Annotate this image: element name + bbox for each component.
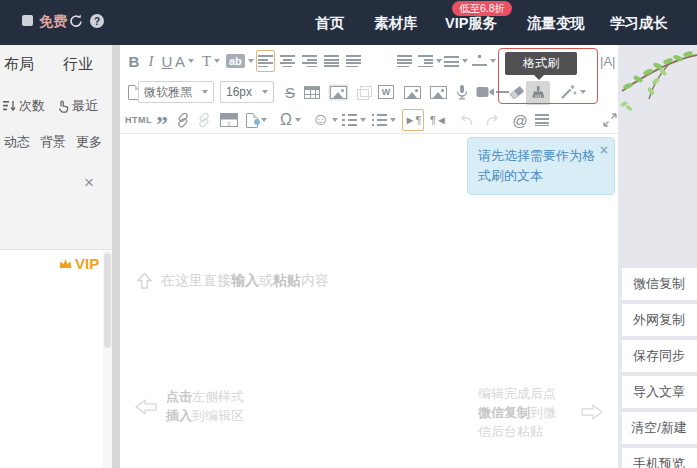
- align-block-icon: [324, 55, 339, 67]
- filter-dynamic[interactable]: 动态: [4, 133, 30, 151]
- redo-button[interactable]: [484, 109, 500, 131]
- strikethrough-button[interactable]: S: [282, 81, 298, 103]
- filter-more[interactable]: 更多: [76, 133, 102, 151]
- paste-layers-button[interactable]: [356, 81, 372, 103]
- color-swatch-icon[interactable]: [22, 15, 33, 26]
- text-style-button[interactable]: T: [202, 50, 220, 72]
- tab-layout[interactable]: 布局: [4, 55, 34, 74]
- underline-button[interactable]: U: [159, 50, 175, 72]
- font-color-button[interactable]: A: [175, 50, 194, 72]
- ordered-list-button[interactable]: [342, 109, 366, 131]
- insert-video-button[interactable]: [476, 81, 495, 103]
- template-button[interactable]: [246, 109, 267, 131]
- font-family-select[interactable]: 微软雅黑: [138, 81, 214, 103]
- emoji-button[interactable]: ☺: [312, 109, 338, 131]
- clear-format-button[interactable]: [508, 81, 526, 103]
- wechat-copy-button[interactable]: 微信复制: [622, 268, 697, 300]
- left-sidebar: 布局 行业 次数 最近 动态 背景 更多 × VIP: [0, 45, 112, 468]
- insert-image-button[interactable]: [404, 81, 421, 103]
- align-center-button[interactable]: [279, 50, 295, 72]
- hint-right: 编辑完成后点 微信复制到微 信后台粘贴: [478, 384, 556, 441]
- font-size-select[interactable]: 16px: [220, 81, 274, 103]
- import-article-button[interactable]: 导入文章: [622, 376, 697, 408]
- line-height-button[interactable]: [444, 50, 468, 72]
- arrow-left-icon: [134, 397, 158, 417]
- save-sync-button[interactable]: 保存同步: [622, 340, 697, 372]
- html-source-button[interactable]: HTML: [125, 109, 152, 131]
- ordered-list-icon: [342, 114, 357, 126]
- image-gallery-button[interactable]: [430, 81, 447, 103]
- unordered-list-button[interactable]: [372, 109, 396, 131]
- paragraph-format-button[interactable]: [534, 109, 550, 131]
- hint-text: 信后台粘贴: [478, 424, 543, 439]
- letter-spacing-button[interactable]: [472, 50, 496, 72]
- sidebar-scrollbar[interactable]: [103, 251, 112, 468]
- filter-background[interactable]: 背景: [40, 133, 66, 151]
- alert-info: 请先选择需要作为格式刷的文本 ×: [467, 137, 615, 195]
- image-caption-button[interactable]: T: [220, 109, 238, 131]
- sort-by-count[interactable]: 次数: [3, 97, 45, 115]
- indent-button[interactable]: [418, 50, 442, 72]
- word-icon: W: [378, 85, 394, 99]
- sort-by-recent[interactable]: 最近: [57, 97, 98, 115]
- undo-button[interactable]: [458, 109, 474, 131]
- remove-link-button[interactable]: [196, 109, 212, 131]
- insert-link-button[interactable]: [175, 109, 191, 131]
- tab-industry[interactable]: 行业: [63, 55, 93, 74]
- free-label[interactable]: 免费: [39, 13, 67, 31]
- find-replace-button[interactable]: @: [512, 109, 528, 131]
- italic-button[interactable]: I: [143, 50, 159, 72]
- redo-icon: [485, 114, 500, 127]
- alert-close-icon[interactable]: ×: [600, 140, 608, 160]
- app: 免费 ? 首页 素材库 VIP服务 流量变现 学习成长 低至6.8折 布局 行业…: [0, 0, 697, 468]
- import-word-button[interactable]: W: [378, 81, 394, 103]
- video-camera-icon: [476, 86, 495, 98]
- highlight-color-button[interactable]: ab: [226, 50, 254, 72]
- outdent-button[interactable]: [396, 50, 412, 72]
- close-icon[interactable]: ×: [84, 173, 94, 193]
- paragraph-lines-icon: [535, 114, 549, 126]
- blockquote-button[interactable]: ”: [154, 109, 170, 131]
- align-block-button[interactable]: [323, 50, 339, 72]
- nav-learning[interactable]: 学习成长: [610, 14, 668, 33]
- magic-fill-button[interactable]: [560, 81, 586, 103]
- scrollbar-thumb[interactable]: [104, 253, 111, 348]
- external-copy-button[interactable]: 外网复制: [622, 304, 697, 336]
- chevron-down-icon: [436, 59, 442, 63]
- align-left-button[interactable]: [256, 50, 275, 72]
- ltr-paragraph-button[interactable]: ►¶: [402, 109, 424, 131]
- nav-material-library[interactable]: 素材库: [374, 14, 418, 33]
- hint-text: 左侧样式: [192, 389, 244, 404]
- phone-preview-button[interactable]: 手机预览: [622, 448, 697, 468]
- bold-button[interactable]: B: [126, 50, 142, 72]
- hint-left: 点击左侧样式 插入到编辑区: [166, 387, 244, 425]
- insert-audio-button[interactable]: [454, 81, 470, 103]
- vip-badge[interactable]: VIP: [58, 255, 99, 272]
- font-size-value: 16px: [226, 85, 252, 99]
- placeholder-text: 内容: [301, 272, 329, 288]
- insert-table-button[interactable]: [304, 81, 320, 103]
- framed-image-button[interactable]: [330, 81, 347, 103]
- brush-icon: [530, 85, 546, 101]
- placeholder-bold: 输入: [231, 272, 259, 288]
- hint-bold: 微信复制: [478, 405, 530, 420]
- rtl-paragraph-button[interactable]: ¶◄: [430, 109, 447, 131]
- omega-icon: Ω: [280, 111, 292, 129]
- align-justify-button[interactable]: [345, 50, 361, 72]
- nav-home[interactable]: 首页: [315, 14, 344, 33]
- unlink-icon: [196, 112, 212, 128]
- arrow-right-icon: [580, 402, 604, 422]
- align-right-button[interactable]: [301, 50, 317, 72]
- refresh-icon[interactable]: [69, 14, 83, 32]
- nav-vip-service[interactable]: VIP服务: [445, 14, 497, 33]
- nav-traffic[interactable]: 流量变现: [527, 14, 585, 33]
- chevron-down-icon: [202, 90, 208, 94]
- clear-new-button[interactable]: 清空/新建: [622, 412, 697, 444]
- help-icon[interactable]: ?: [90, 14, 104, 28]
- fullscreen-button[interactable]: [602, 109, 618, 131]
- special-char-button[interactable]: Ω: [280, 109, 301, 131]
- format-painter-button[interactable]: [526, 81, 550, 105]
- highlight-glyph: ab: [226, 54, 245, 68]
- framed-image-icon: [330, 86, 347, 99]
- font-color-glyph: A: [175, 53, 185, 70]
